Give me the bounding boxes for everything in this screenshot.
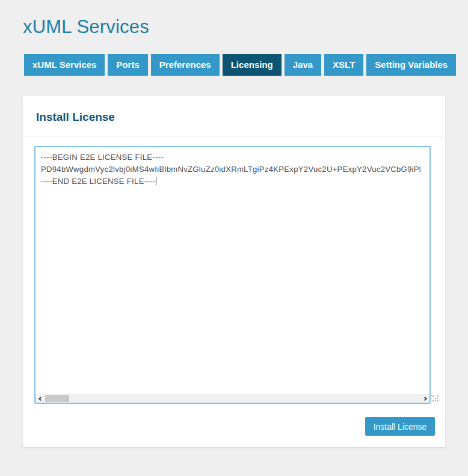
- tab-java[interactable]: Java: [285, 54, 321, 76]
- tab-bar: xUML Services Ports Preferences Licensin…: [24, 54, 456, 76]
- tab-xuml-services[interactable]: xUML Services: [24, 54, 105, 76]
- tab-xslt[interactable]: XSLT: [324, 54, 363, 76]
- tab-preferences[interactable]: Preferences: [151, 54, 220, 76]
- page-title: xUML Services: [23, 16, 149, 38]
- scroll-left-button[interactable]: [35, 394, 44, 403]
- text-cursor: [156, 177, 156, 185]
- tab-ports[interactable]: Ports: [108, 54, 147, 76]
- install-license-button[interactable]: Install License: [365, 417, 435, 436]
- license-text: ----BEGIN E2E LICENSE FILE----PD94bWwgdm…: [35, 147, 430, 394]
- scroll-right-button[interactable]: [421, 394, 430, 403]
- panel-header: Install License: [23, 96, 445, 136]
- license-line: ----END E2E LICENSE FILE----: [41, 177, 155, 186]
- tab-setting-variables[interactable]: Setting Variables: [366, 54, 456, 76]
- chevron-right-icon: [422, 396, 426, 400]
- license-line: PD94bWwgdmVyc2lvbj0iMS4wIiBlbmNvZGluZz0i…: [41, 163, 424, 175]
- chevron-left-icon: [38, 396, 42, 400]
- panel-heading: Install License: [36, 111, 115, 124]
- tab-licensing[interactable]: Licensing: [223, 54, 282, 76]
- license-textarea[interactable]: ----BEGIN E2E LICENSE FILE----PD94bWwgdm…: [34, 146, 431, 404]
- install-license-panel: Install License ----BEGIN E2E LICENSE FI…: [23, 96, 445, 447]
- scrollbar-thumb[interactable]: [45, 395, 69, 402]
- license-line: ----BEGIN E2E LICENSE FILE----: [41, 151, 424, 163]
- xuml-services-page: xUML Services xUML Services Ports Prefer…: [0, 0, 468, 476]
- horizontal-scrollbar[interactable]: [35, 394, 430, 403]
- resize-grip-icon[interactable]: [433, 395, 439, 402]
